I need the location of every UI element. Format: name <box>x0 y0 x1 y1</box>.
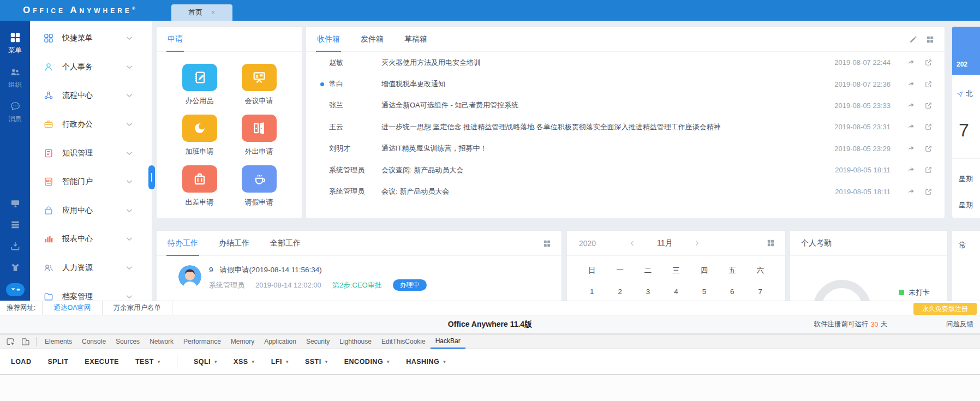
devtools-tab-lighthouse[interactable]: Lighthouse <box>334 334 377 349</box>
rail-item-message[interactable]: 消息 <box>9 100 22 124</box>
mail-row[interactable]: 赵敏 灭火器使用方法及用电安全培训 2019-08-07 22:44 <box>306 52 945 73</box>
devtools-tab-memory[interactable]: Memory <box>226 334 259 349</box>
calendar-day[interactable]: 4 <box>662 288 690 296</box>
calendar-day[interactable]: 5 <box>690 288 718 296</box>
grid-view-icon[interactable] <box>766 238 775 248</box>
forward-icon[interactable] <box>907 101 915 110</box>
hackbar-lfi-menu[interactable]: LFI▾ <box>271 358 289 366</box>
sidebar-item-hr[interactable]: 人力资源 <box>30 254 152 283</box>
hackbar-xss-menu[interactable]: XSS▾ <box>234 358 255 366</box>
hackbar-execute[interactable]: EXECUTE <box>85 358 119 366</box>
next-month-icon[interactable] <box>693 240 701 247</box>
link-oa-official[interactable]: 通达OA官网 <box>42 301 101 315</box>
mail-row[interactable]: 刘明才 通达IT精英魔鬼训练营，招募中！ 2019-08-05 23:29 <box>306 138 945 159</box>
sidebar-item-archives[interactable]: 档案管理 <box>30 282 152 301</box>
tab-close-icon[interactable]: × <box>211 9 215 16</box>
grid-view-icon[interactable] <box>925 35 935 44</box>
forward-icon[interactable] <box>907 188 915 196</box>
rail-item-menu[interactable]: 菜单 <box>9 32 22 55</box>
todo-step: 第2步:CEO审批 <box>332 280 382 290</box>
caret-down-icon: ▾ <box>387 359 390 364</box>
tab-finished-work[interactable]: 办结工作 <box>218 238 250 255</box>
tab-pending-work[interactable]: 待办工作 <box>166 238 199 255</box>
devtools-tab-elements[interactable]: Elements <box>40 334 77 349</box>
calendar-day[interactable]: 3 <box>634 288 662 296</box>
calendar-month[interactable]: 11月 <box>657 238 673 248</box>
mail-row[interactable]: 张兰 通达全新OA可选组件 - 知己者费用管控系统 2019-08-05 23:… <box>306 95 945 116</box>
hackbar-sqli-menu[interactable]: SQLI▾ <box>194 358 217 366</box>
feedback-link[interactable]: 问题反馈 <box>946 315 973 333</box>
open-external-icon[interactable] <box>924 166 933 174</box>
open-external-icon[interactable] <box>924 145 933 153</box>
sidebar-collapse-handle[interactable] <box>148 165 155 189</box>
grid-view-icon[interactable] <box>542 239 552 248</box>
monitor-icon[interactable] <box>10 198 21 209</box>
todo-work-item[interactable]: 9请假申请(2019-08-14 11:56:34) 系统管理员 2019-08… <box>157 256 561 291</box>
open-external-icon[interactable] <box>924 123 933 131</box>
register-button[interactable]: 永久免费版注册 <box>913 303 977 315</box>
app-meeting-request[interactable]: 会议申请 <box>242 64 277 106</box>
rail-collapse-pill[interactable] <box>6 283 25 296</box>
app-overtime-request[interactable]: 加班申请 <box>182 115 217 157</box>
tab-home[interactable]: 首页 × <box>171 4 232 21</box>
compose-pencil-icon[interactable] <box>909 35 918 44</box>
forward-icon[interactable] <box>907 80 915 88</box>
calendar-day[interactable]: 7 <box>746 288 774 296</box>
mail-row[interactable]: 系统管理员 会议: 新产品动员大会 2019-08-05 18:11 <box>306 181 945 202</box>
sidebar-item-quick-menu[interactable]: 快捷菜单 <box>30 24 152 53</box>
open-external-icon[interactable] <box>924 188 933 196</box>
tab-drafts[interactable]: 草稿箱 <box>403 34 428 51</box>
app-outing-request[interactable]: 外出申请 <box>242 115 277 157</box>
tab-sent[interactable]: 发件箱 <box>360 34 385 51</box>
inspect-element-icon[interactable] <box>3 334 18 349</box>
tab-all-work[interactable]: 全部工作 <box>269 238 302 255</box>
app-office-supplies[interactable]: 办公用品 <box>182 64 217 106</box>
calendar-day[interactable]: 6 <box>718 288 746 296</box>
devtools-tab-hackbar[interactable]: HackBar <box>431 334 465 349</box>
forward-icon[interactable] <box>907 166 915 174</box>
sidebar-item-app-center[interactable]: 应用中心 <box>30 196 152 225</box>
sidebar-item-knowledge[interactable]: 知识管理 <box>30 139 152 167</box>
calendar-day[interactable]: 2 <box>606 288 634 296</box>
tab-inbox[interactable]: 收件箱 <box>316 34 341 51</box>
link-user-list[interactable]: 万余家用户名单 <box>102 301 173 315</box>
open-external-icon[interactable] <box>924 80 933 88</box>
devtools-tab-application[interactable]: Application <box>259 334 301 349</box>
tab-apply[interactable]: 申请 <box>166 34 184 51</box>
devtools-tab-network[interactable]: Network <box>145 334 178 349</box>
app-business-trip[interactable]: 出差申请 <box>182 165 217 207</box>
mail-row[interactable]: 常白 增值税税率更改通知 2019-08-07 22:36 <box>306 73 945 94</box>
forward-icon[interactable] <box>907 58 915 67</box>
devtools-tab-console[interactable]: Console <box>77 334 111 349</box>
devtools-tab-sources[interactable]: Sources <box>111 334 145 349</box>
devtools-tab-security[interactable]: Security <box>301 334 334 349</box>
open-external-icon[interactable] <box>924 101 933 110</box>
download-icon[interactable] <box>10 241 21 252</box>
hackbar-test-menu[interactable]: TEST▾ <box>135 358 160 366</box>
hackbar-encoding-menu[interactable]: ENCODING▾ <box>344 358 390 366</box>
device-toolbar-icon[interactable] <box>18 334 33 349</box>
mail-row[interactable]: 王云 进一步统一思想 坚定信念 推进精益管理战略落地 各单位积极贯彻落实全面深入… <box>306 116 945 137</box>
devtools-tab-editthiscookie[interactable]: EditThisCookie <box>377 334 431 349</box>
app-leave-request[interactable]: 请假申请 <box>242 165 277 207</box>
rail-item-org[interactable]: 组织 <box>9 66 22 89</box>
forward-icon[interactable] <box>907 123 915 131</box>
devtools-tab-performance[interactable]: Performance <box>178 334 226 349</box>
sidebar-item-workflow[interactable]: 流程中心 <box>30 81 152 110</box>
forward-icon[interactable] <box>907 145 915 153</box>
calendar-day[interactable]: 1 <box>578 288 606 296</box>
server-stack-icon[interactable] <box>10 219 21 230</box>
sidebar-item-personal[interactable]: 个人事务 <box>30 53 152 82</box>
sidebar-item-portal[interactable]: 智能门户 <box>30 167 152 196</box>
hackbar-split[interactable]: SPLIT <box>47 358 68 366</box>
open-external-icon[interactable] <box>924 58 933 67</box>
sidebar-item-admin-office[interactable]: 行政办公 <box>30 110 152 139</box>
prev-month-icon[interactable] <box>629 240 636 247</box>
people-icon <box>9 66 21 78</box>
sidebar-item-reports[interactable]: 报表中心 <box>30 225 152 254</box>
hackbar-hashing-menu[interactable]: HASHING▾ <box>406 358 446 366</box>
hackbar-ssti-menu[interactable]: SSTI▾ <box>305 358 328 366</box>
tshirt-icon[interactable] <box>10 262 21 273</box>
mail-row[interactable]: 系统管理员 会议查阅: 新产品动员大会 2019-08-05 18:11 <box>306 159 945 181</box>
hackbar-load[interactable]: LOAD <box>11 358 31 366</box>
